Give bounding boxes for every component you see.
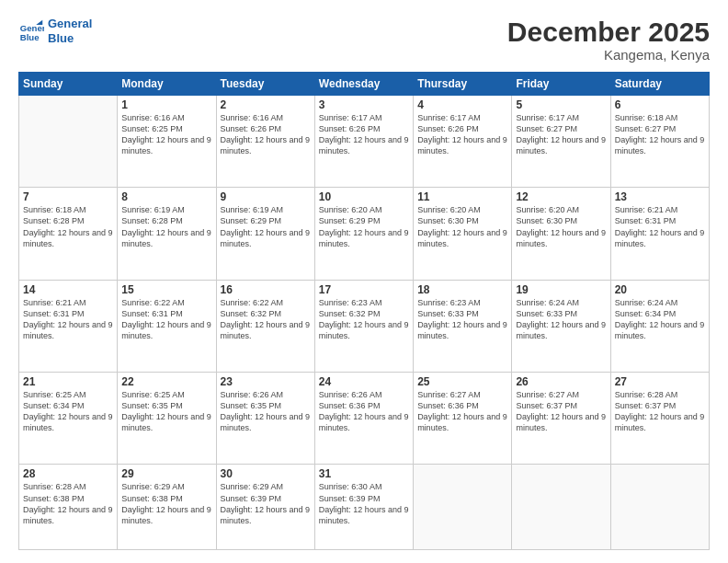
day-info: Sunrise: 6:20 AM Sunset: 6:29 PM Dayligh… [319,204,409,249]
calendar-cell: 13Sunrise: 6:21 AM Sunset: 6:31 PM Dayli… [610,188,709,280]
day-info: Sunrise: 6:21 AM Sunset: 6:31 PM Dayligh… [23,297,113,342]
day-number: 2 [221,98,311,111]
day-number: 19 [516,283,606,296]
month-title: December 2025 [507,17,710,47]
header: General Blue General Blue December 2025 … [18,17,710,63]
day-number: 24 [319,375,409,388]
calendar-cell [414,465,512,550]
logo-icon: General Blue [18,18,44,44]
day-number: 28 [23,467,113,480]
calendar-cell: 21Sunrise: 6:25 AM Sunset: 6:34 PM Dayli… [19,373,118,465]
calendar-cell: 17Sunrise: 6:23 AM Sunset: 6:32 PM Dayli… [314,280,413,372]
calendar-cell: 31Sunrise: 6:30 AM Sunset: 6:39 PM Dayli… [314,465,413,550]
day-number: 12 [516,190,606,203]
day-info: Sunrise: 6:19 AM Sunset: 6:29 PM Dayligh… [221,204,311,249]
day-number: 20 [615,283,705,296]
day-number: 29 [121,467,211,480]
calendar-cell: 10Sunrise: 6:20 AM Sunset: 6:29 PM Dayli… [314,188,413,280]
day-info: Sunrise: 6:16 AM Sunset: 6:26 PM Dayligh… [221,112,311,157]
day-number: 31 [319,467,409,480]
day-info: Sunrise: 6:29 AM Sunset: 6:38 PM Dayligh… [121,481,211,526]
day-info: Sunrise: 6:21 AM Sunset: 6:31 PM Dayligh… [615,204,705,249]
day-info: Sunrise: 6:24 AM Sunset: 6:34 PM Dayligh… [615,297,705,342]
calendar-table: SundayMondayTuesdayWednesdayThursdayFrid… [18,72,710,550]
calendar-cell: 26Sunrise: 6:27 AM Sunset: 6:37 PM Dayli… [512,373,610,465]
day-info: Sunrise: 6:22 AM Sunset: 6:31 PM Dayligh… [121,297,211,342]
day-number: 8 [121,190,211,203]
calendar-cell: 12Sunrise: 6:20 AM Sunset: 6:30 PM Dayli… [512,188,610,280]
calendar-cell: 23Sunrise: 6:26 AM Sunset: 6:35 PM Dayli… [216,373,314,465]
calendar-cell: 8Sunrise: 6:19 AM Sunset: 6:28 PM Daylig… [118,188,216,280]
day-info: Sunrise: 6:17 AM Sunset: 6:26 PM Dayligh… [319,112,409,157]
weekday-header-friday: Friday [512,73,610,96]
day-number: 18 [417,283,507,296]
calendar-cell: 20Sunrise: 6:24 AM Sunset: 6:34 PM Dayli… [610,280,709,372]
day-info: Sunrise: 6:27 AM Sunset: 6:36 PM Dayligh… [417,389,507,434]
day-info: Sunrise: 6:20 AM Sunset: 6:30 PM Dayligh… [417,204,507,249]
day-info: Sunrise: 6:17 AM Sunset: 6:27 PM Dayligh… [516,112,606,157]
day-info: Sunrise: 6:19 AM Sunset: 6:28 PM Dayligh… [121,204,211,249]
logo-line1: General [48,17,92,31]
day-number: 11 [417,190,507,203]
day-info: Sunrise: 6:17 AM Sunset: 6:26 PM Dayligh… [417,112,507,157]
day-number: 3 [319,98,409,111]
calendar-cell: 22Sunrise: 6:25 AM Sunset: 6:35 PM Dayli… [118,373,216,465]
day-number: 6 [615,98,705,111]
day-number: 22 [121,375,211,388]
day-info: Sunrise: 6:23 AM Sunset: 6:33 PM Dayligh… [417,297,507,342]
calendar-cell [610,465,709,550]
calendar-cell: 7Sunrise: 6:18 AM Sunset: 6:28 PM Daylig… [19,188,118,280]
day-number: 15 [121,283,211,296]
week-row-4: 21Sunrise: 6:25 AM Sunset: 6:34 PM Dayli… [19,373,710,465]
calendar-cell: 14Sunrise: 6:21 AM Sunset: 6:31 PM Dayli… [19,280,118,372]
weekday-header-sunday: Sunday [19,73,118,96]
calendar-cell: 11Sunrise: 6:20 AM Sunset: 6:30 PM Dayli… [414,188,512,280]
calendar-cell: 27Sunrise: 6:28 AM Sunset: 6:37 PM Dayli… [610,373,709,465]
day-number: 30 [221,467,311,480]
day-info: Sunrise: 6:30 AM Sunset: 6:39 PM Dayligh… [319,481,409,526]
calendar-cell: 24Sunrise: 6:26 AM Sunset: 6:36 PM Dayli… [314,373,413,465]
day-info: Sunrise: 6:23 AM Sunset: 6:32 PM Dayligh… [319,297,409,342]
weekday-header-row: SundayMondayTuesdayWednesdayThursdayFrid… [19,73,710,96]
day-info: Sunrise: 6:28 AM Sunset: 6:37 PM Dayligh… [615,389,705,434]
day-number: 23 [221,375,311,388]
calendar-cell: 6Sunrise: 6:18 AM Sunset: 6:27 PM Daylig… [610,96,709,188]
calendar-cell: 3Sunrise: 6:17 AM Sunset: 6:26 PM Daylig… [314,96,413,188]
calendar-cell: 9Sunrise: 6:19 AM Sunset: 6:29 PM Daylig… [216,188,314,280]
day-number: 26 [516,375,606,388]
day-number: 17 [319,283,409,296]
svg-text:Blue: Blue [20,31,40,41]
day-number: 25 [417,375,507,388]
calendar-cell: 5Sunrise: 6:17 AM Sunset: 6:27 PM Daylig… [512,96,610,188]
day-info: Sunrise: 6:20 AM Sunset: 6:30 PM Dayligh… [516,204,606,249]
weekday-header-tuesday: Tuesday [216,73,314,96]
calendar-cell: 29Sunrise: 6:29 AM Sunset: 6:38 PM Dayli… [118,465,216,550]
calendar-cell: 16Sunrise: 6:22 AM Sunset: 6:32 PM Dayli… [216,280,314,372]
day-number: 10 [319,190,409,203]
calendar-cell [512,465,610,550]
calendar-cell: 25Sunrise: 6:27 AM Sunset: 6:36 PM Dayli… [414,373,512,465]
day-info: Sunrise: 6:16 AM Sunset: 6:25 PM Dayligh… [121,112,211,157]
day-number: 5 [516,98,606,111]
day-info: Sunrise: 6:26 AM Sunset: 6:36 PM Dayligh… [319,389,409,434]
weekday-header-wednesday: Wednesday [314,73,413,96]
weekday-header-saturday: Saturday [610,73,709,96]
day-info: Sunrise: 6:25 AM Sunset: 6:34 PM Dayligh… [23,389,113,434]
day-info: Sunrise: 6:28 AM Sunset: 6:38 PM Dayligh… [23,481,113,526]
day-number: 16 [221,283,311,296]
day-number: 27 [615,375,705,388]
day-info: Sunrise: 6:24 AM Sunset: 6:33 PM Dayligh… [516,297,606,342]
logo-line2: Blue [48,31,92,46]
weekday-header-monday: Monday [118,73,216,96]
day-number: 1 [121,98,211,111]
day-number: 13 [615,190,705,203]
day-info: Sunrise: 6:18 AM Sunset: 6:27 PM Dayligh… [615,112,705,157]
title-block: December 2025 Kangema, Kenya [507,17,710,63]
logo: General Blue General Blue [18,17,92,45]
day-info: Sunrise: 6:25 AM Sunset: 6:35 PM Dayligh… [121,389,211,434]
location-subtitle: Kangema, Kenya [507,47,710,63]
weekday-header-thursday: Thursday [414,73,512,96]
calendar-cell: 18Sunrise: 6:23 AM Sunset: 6:33 PM Dayli… [414,280,512,372]
day-info: Sunrise: 6:29 AM Sunset: 6:39 PM Dayligh… [221,481,311,526]
day-info: Sunrise: 6:22 AM Sunset: 6:32 PM Dayligh… [221,297,311,342]
